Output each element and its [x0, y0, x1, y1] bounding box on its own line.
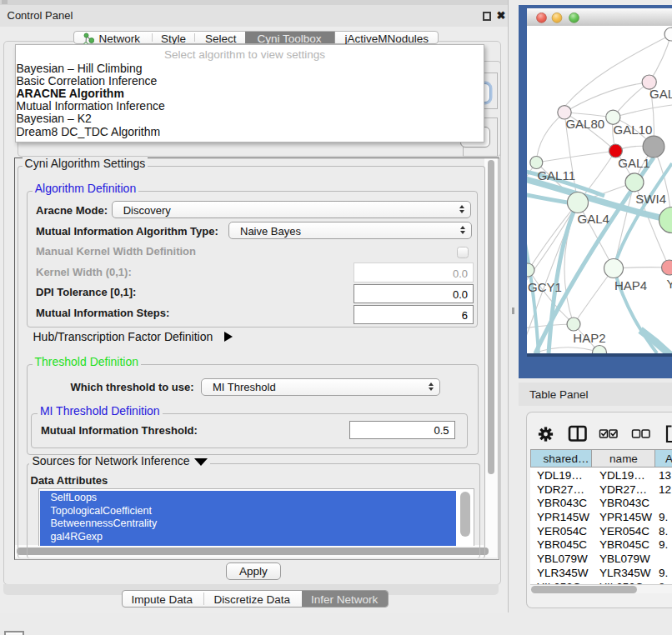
svg-text:GAL4: GAL4 [578, 212, 609, 226]
svg-text:HAP4: HAP4 [614, 278, 647, 292]
svg-text:Y: Y [667, 277, 672, 291]
svg-text:GAL7: GAL7 [649, 87, 672, 101]
svg-text:GAL80: GAL80 [565, 117, 604, 131]
svg-text:GAL11: GAL11 [537, 168, 575, 182]
svg-text:GAL1: GAL1 [618, 156, 649, 170]
svg-text:GCY1: GCY1 [528, 280, 562, 294]
svg-text:HAP2: HAP2 [573, 331, 605, 345]
svg-text:GAL10: GAL10 [614, 122, 653, 137]
svg-text:SWI4: SWI4 [635, 192, 666, 206]
